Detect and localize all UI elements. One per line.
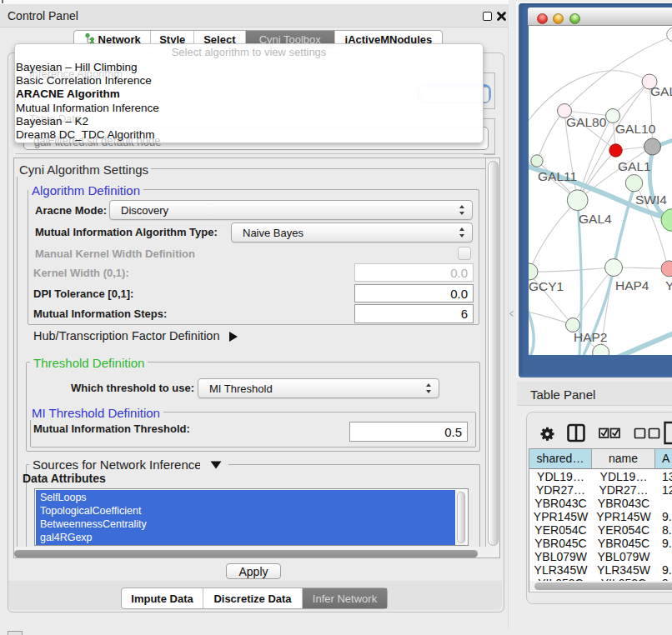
- svg-text:SWI4: SWI4: [635, 192, 667, 207]
- svg-text:HAP4: HAP4: [615, 278, 649, 292]
- svg-text:GAL4: GAL4: [579, 212, 612, 226]
- svg-text:GAL: GAL: [650, 84, 672, 98]
- svg-text:GAL80: GAL80: [566, 115, 607, 129]
- svg-text:GAL11: GAL11: [538, 169, 577, 183]
- svg-text:GCY1: GCY1: [529, 279, 564, 293]
- svg-text:GAL1: GAL1: [618, 159, 651, 173]
- svg-text:GAL10: GAL10: [615, 122, 656, 136]
- svg-text:HAP2: HAP2: [574, 330, 608, 344]
- svg-text:Y: Y: [665, 278, 672, 292]
